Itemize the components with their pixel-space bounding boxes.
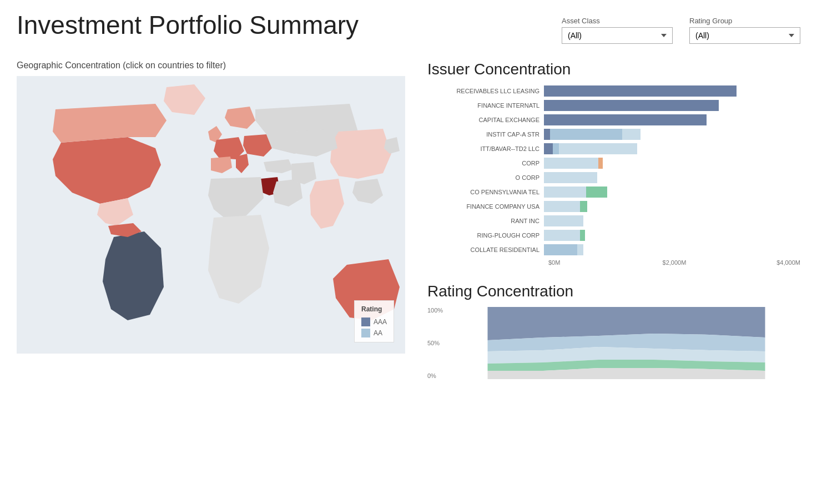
bar-area: [544, 99, 800, 112]
aa-bar-segment: [544, 244, 577, 255]
bar-row: FINANCE INTERNATL: [427, 99, 800, 112]
aaa-swatch: [361, 317, 370, 326]
filters-row: Asset Class (All) Equity Fixed Income Al…: [562, 17, 800, 44]
bar-label: FINANCE INTERNATL: [427, 102, 544, 109]
bar-row: RING-PLOUGH CORP: [427, 229, 800, 241]
aaa-bar-segment: [544, 100, 719, 111]
rating-group-label: Rating Group: [689, 17, 800, 25]
aa-label: AA: [374, 329, 382, 337]
a-bar-segment: [559, 143, 637, 154]
bar-row: CAPITAL EXCHANGE: [427, 114, 800, 126]
bar-row: FINANCE COMPANY USA: [427, 200, 800, 213]
aaa-bar-segment: [544, 129, 550, 140]
canada-path[interactable]: [53, 104, 167, 143]
rating-group-filter-group: Rating Group (All) AAA AA A BBB Below In…: [689, 17, 800, 44]
aaa-bar-segment: [544, 143, 553, 154]
legend-item-aaa: AAA: [361, 317, 387, 326]
other-bar-segment: [598, 158, 603, 169]
right-panel: Issuer Concentration RECEIVABLES LLC LEA…: [427, 61, 800, 379]
bar-row: O CORP: [427, 172, 800, 184]
a-bar-segment: [577, 244, 583, 255]
bar-label: RECEIVABLES LLC LEASING: [427, 88, 544, 94]
legend-item-aa: AA: [361, 329, 387, 337]
y-0: 0%: [427, 372, 452, 379]
bar-row: RECEIVABLES LLC LEASING: [427, 85, 800, 97]
bar-area: [544, 186, 800, 198]
main-content: Geographic Concentration (click on count…: [17, 61, 800, 379]
map-legend: Rating AAA AA: [354, 300, 394, 342]
map-section-title: Geographic Concentration (click on count…: [17, 61, 416, 70]
bbb-bar-segment: [580, 201, 587, 212]
a-bar-segment: [544, 230, 580, 241]
rating-chart-svg: [452, 307, 800, 379]
rating-area-chart: [452, 307, 800, 379]
bar-area: [544, 128, 800, 140]
bar-row: COLLATE RESIDENTIAL: [427, 244, 800, 256]
a-bar-segment: [544, 158, 598, 169]
bar-area: [544, 200, 800, 213]
left-panel: Geographic Concentration (click on count…: [17, 61, 416, 379]
rating-concentration-section: Rating Concentration 100% 50% 0%: [427, 283, 800, 379]
x-tick-4000: $4,000M: [717, 259, 800, 266]
a-bar-segment: [622, 129, 641, 140]
y-50: 50%: [427, 340, 452, 346]
rating-group-select[interactable]: (All) AAA AA A BBB Below Investment Grad…: [689, 27, 800, 44]
bar-row: INSTIT CAP-A STR: [427, 128, 800, 140]
bar-label: CORP: [427, 160, 544, 167]
aa-bar-segment: [550, 129, 622, 140]
issuer-concentration-section: Issuer Concentration RECEIVABLES LLC LEA…: [427, 61, 800, 266]
bar-label: O CORP: [427, 174, 544, 181]
aaa-label: AAA: [374, 318, 387, 326]
page-title: Investment Portfolio Summary: [17, 11, 359, 39]
bar-label: COLLATE RESIDENTIAL: [427, 246, 544, 253]
asset-class-filter-group: Asset Class (All) Equity Fixed Income Al…: [562, 17, 673, 44]
x-axis: $0M $2,000M $4,000M: [548, 259, 800, 266]
bar-row: CO PENNSYLVANIA TEL: [427, 186, 800, 198]
a-bar-segment: [544, 201, 580, 212]
bar-label: INSTIT CAP-A STR: [427, 131, 544, 138]
a-bar-segment: [544, 215, 583, 226]
bar-label: RING-PLOUGH CORP: [427, 232, 544, 239]
a-bar-segment: [544, 172, 597, 183]
bbb-bar-segment: [580, 230, 585, 241]
page-container: Investment Portfolio Summary Asset Class…: [0, 0, 817, 390]
bar-label: ITT/BAVAR--TD2 LLC: [427, 145, 544, 152]
aa-bar-segment: [553, 143, 559, 154]
china-path[interactable]: [330, 129, 391, 179]
bar-area: [544, 215, 800, 227]
issuer-concentration-title: Issuer Concentration: [427, 61, 800, 78]
asset-class-select[interactable]: (All) Equity Fixed Income Alternative: [562, 27, 673, 44]
bar-label: CAPITAL EXCHANGE: [427, 117, 544, 123]
legend-title: Rating: [361, 305, 387, 313]
asset-class-label: Asset Class: [562, 17, 673, 25]
bar-area: [544, 172, 800, 184]
map-container[interactable]: Rating AAA AA: [17, 76, 405, 365]
bar-chart: RECEIVABLES LLC LEASINGFINANCE INTERNATL…: [427, 85, 800, 256]
world-map-svg[interactable]: [17, 76, 405, 354]
bar-label: CO PENNSYLVANIA TEL: [427, 189, 544, 195]
bar-area: [544, 114, 800, 126]
bar-area: [544, 244, 800, 256]
aaa-bar-segment: [544, 85, 737, 97]
rating-concentration-title: Rating Concentration: [427, 283, 800, 300]
x-tick-2000: $2,000M: [632, 259, 716, 266]
bar-row: RANT INC: [427, 215, 800, 227]
bar-area: [544, 143, 800, 155]
aaa-bar-segment: [544, 114, 707, 125]
a-bar-segment: [544, 187, 586, 198]
bar-label: FINANCE COMPANY USA: [427, 203, 544, 210]
bar-area: [544, 229, 800, 241]
aa-swatch: [361, 329, 370, 337]
bar-label: RANT INC: [427, 218, 544, 224]
bar-row: CORP: [427, 157, 800, 169]
bar-area: [544, 157, 800, 169]
bbb-bar-segment: [586, 187, 607, 198]
header-row: Investment Portfolio Summary Asset Class…: [17, 11, 800, 44]
y-100: 100%: [427, 307, 452, 314]
x-tick-0: $0M: [548, 259, 632, 266]
bar-area: [544, 85, 800, 97]
bar-row: ITT/BAVAR--TD2 LLC: [427, 143, 800, 155]
